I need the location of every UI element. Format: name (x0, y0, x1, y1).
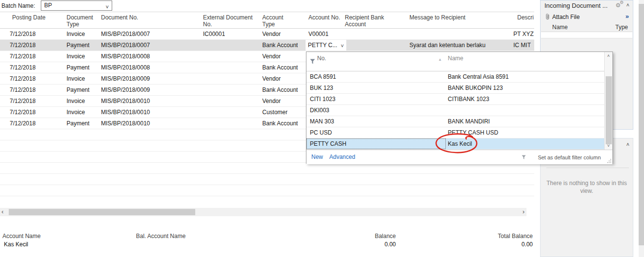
cell-doc-type[interactable]: Invoice (67, 29, 85, 39)
cell-doc-no[interactable]: MIS/BP/2018/0010 (101, 118, 150, 129)
cell-doc-no[interactable]: MIS/BP/2018/0010 (101, 107, 150, 118)
scroll-right-icon[interactable]: › (523, 208, 525, 216)
incoming-type-column[interactable]: Type (615, 24, 628, 31)
cell-account-type[interactable]: Vendor (262, 51, 281, 62)
cell-ext-doc-no[interactable]: IC00001 (203, 29, 225, 39)
dropdown-item-name[interactable]: BANK BUKOPIN 123 (448, 83, 503, 93)
cell-posting-date[interactable]: 7/12/2018 (10, 40, 35, 51)
scroll-down-icon[interactable]: ˅ (605, 143, 612, 148)
column-header[interactable]: Document Type (67, 14, 97, 28)
dropdown-item-name[interactable]: Kas Kecil (448, 138, 472, 149)
cell-doc-no[interactable]: MIS/BP/2018/0007 (101, 40, 150, 51)
more-actions-icon[interactable]: » (626, 13, 629, 20)
dropdown-item-name[interactable]: CITIBANK 1023 (448, 94, 489, 104)
dropdown-item-no[interactable]: BCA 8591 (310, 71, 336, 82)
cell-doc-no[interactable]: MIS/BP/2018/0007 (101, 29, 150, 39)
dropdown-item[interactable]: BCA 8591Bank Central Asia 8591 (306, 71, 605, 83)
scroll-up-icon[interactable]: ˄ (605, 53, 612, 58)
incoming-name-column[interactable]: Name (552, 24, 568, 31)
cell-account-type[interactable]: Customer (262, 107, 288, 118)
cell-account-type[interactable]: Vendor (262, 96, 281, 106)
dropdown-item-no[interactable]: MAN 303 (310, 116, 334, 127)
cell-account-type[interactable]: Bank Account (262, 40, 298, 51)
dropdown-item-no[interactable]: CITI 1023 (310, 94, 336, 104)
dropdown-item[interactable]: PC USDPETTY CASH USD (306, 127, 605, 138)
dropdown-no-column[interactable]: No. (317, 55, 326, 62)
cell-posting-date[interactable]: 7/12/2018 (10, 85, 35, 95)
resize-grip[interactable] (607, 158, 611, 163)
dropdown-item[interactable]: BUK 123BANK BUKOPIN 123 (306, 83, 605, 94)
horizontal-scrollbar[interactable]: ‹ › (0, 208, 526, 216)
collapse-factbox-icon[interactable]: ˄ (627, 141, 629, 147)
cell-account-type[interactable]: Bank Account (262, 85, 298, 95)
cell-description[interactable]: IC MIT (513, 40, 531, 51)
cell-posting-date[interactable]: 7/12/2018 (10, 62, 35, 73)
cell-doc-type[interactable]: Invoice (67, 51, 85, 62)
cell-posting-date[interactable]: 7/12/2018 (10, 73, 35, 84)
cell-posting-date[interactable]: 7/12/2018 (10, 51, 35, 62)
collapse-panel-icon[interactable]: ˄ (627, 2, 629, 8)
advanced-link[interactable]: Advanced (329, 154, 355, 160)
horizontal-scrollbar-thumb[interactable] (9, 209, 195, 215)
filter-funnel-icon[interactable] (310, 59, 315, 65)
cell-account-no[interactable]: V00001 (308, 29, 328, 39)
cell-doc-type[interactable]: Invoice (67, 73, 85, 84)
column-header[interactable]: Recipient Bank Account (345, 14, 394, 28)
gear-icon[interactable]: ⚙ (615, 2, 621, 9)
journal-row[interactable]: 7/12/2018PaymentMIS/BP/2018/0007Bank Acc… (0, 40, 534, 51)
journal-row[interactable]: 7/12/2018InvoiceMIS/BP/2018/0007IC00001V… (0, 29, 534, 40)
new-link[interactable]: New (311, 154, 323, 160)
dropdown-item-name[interactable]: PETTY CASH USD (448, 127, 498, 138)
cell-posting-date[interactable]: 7/12/2018 (10, 107, 35, 118)
attach-file-action[interactable]: Attach File » (541, 11, 633, 24)
cell-message[interactable]: Syarat dan ketentuan berlaku (409, 40, 486, 51)
cell-doc-type[interactable]: Payment (67, 62, 89, 73)
dropdown-scrollbar-thumb[interactable] (606, 76, 612, 144)
dropdown-item-no[interactable]: PETTY CASH (310, 138, 346, 149)
cell-doc-no[interactable]: MIS/BP/2018/0009 (101, 73, 150, 84)
account-no-combobox[interactable]: PETTY C...˅ (305, 40, 346, 51)
dropdown-item-name[interactable]: BANK MANDIRI (448, 116, 490, 127)
vertical-scrollbar-thumb[interactable] (639, 4, 644, 245)
dropdown-item[interactable]: MAN 303BANK MANDIRI (306, 116, 605, 127)
dropdown-item[interactable]: CITI 1023CITIBANK 1023 (306, 94, 605, 105)
column-header[interactable]: Descri (517, 14, 537, 21)
column-header[interactable]: Account Type (262, 14, 290, 28)
dropdown-item[interactable]: DKI003 (306, 105, 605, 116)
cell-doc-type[interactable]: Payment (67, 85, 89, 95)
journal-empty-row[interactable] (0, 174, 534, 185)
column-header[interactable]: Posting Date (12, 14, 56, 21)
cell-doc-type[interactable]: Invoice (67, 107, 85, 118)
chevron-down-icon[interactable]: ˅ (341, 40, 344, 51)
cell-doc-no[interactable]: MIS/BP/2018/0009 (101, 85, 150, 95)
journal-empty-row[interactable] (0, 163, 534, 174)
set-default-filter-link[interactable]: Set as default filter column (538, 154, 601, 160)
cell-account-type[interactable]: Bank Account (262, 62, 298, 73)
cell-account-type[interactable]: Bank Account (262, 118, 298, 129)
cell-posting-date[interactable]: 7/12/2018 (10, 96, 35, 106)
column-header[interactable]: Message to Recipient (409, 14, 487, 21)
cell-doc-no[interactable]: MIS/BP/2018/0010 (101, 96, 150, 106)
cell-posting-date[interactable]: 7/12/2018 (10, 29, 35, 39)
cell-account-type[interactable]: Vendor (262, 73, 281, 84)
cell-doc-no[interactable]: MIS/BP/2018/0008 (101, 51, 150, 62)
cell-account-type[interactable]: Vendor (262, 29, 281, 39)
cell-doc-no[interactable]: MIS/BP/2018/0008 (101, 62, 150, 73)
journal-empty-row[interactable] (0, 185, 534, 196)
cell-posting-date[interactable]: 7/12/2018 (10, 118, 35, 129)
scroll-left-icon[interactable]: ‹ (1, 208, 3, 216)
batch-name-select[interactable]: BP ˅ (41, 0, 112, 11)
cell-description[interactable]: PT XYZ (513, 29, 534, 39)
dropdown-item-no[interactable]: BUK 123 (310, 83, 333, 93)
dropdown-item[interactable]: PETTY CASHKas Kecil (306, 138, 605, 150)
column-header[interactable]: External Document No. (203, 14, 257, 28)
cell-doc-type[interactable]: Payment (67, 118, 89, 129)
cell-doc-type[interactable]: Payment (67, 40, 89, 51)
dropdown-item-name[interactable]: Bank Central Asia 8591 (448, 71, 508, 82)
dropdown-item-no[interactable]: PC USD (310, 127, 332, 138)
cell-doc-type[interactable]: Invoice (67, 96, 85, 106)
dropdown-item-no[interactable]: DKI003 (310, 105, 329, 116)
column-header[interactable]: Document No. (101, 14, 159, 21)
dropdown-name-column[interactable]: Name (448, 55, 463, 62)
column-header[interactable]: Account No. (308, 14, 347, 21)
